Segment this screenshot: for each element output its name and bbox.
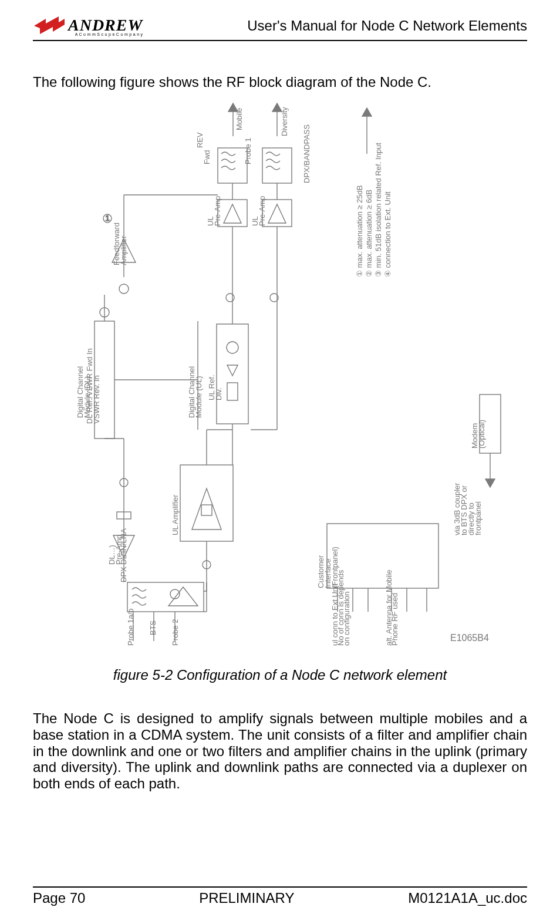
page-header: ANDREW A C o m m S c o p e C o m p a n y… <box>33 15 527 36</box>
label-dpx-dl-in-lna: DPX DL IN/LNA <box>119 528 128 582</box>
rf-block-diagram: 1 Mobile Diversity DPX/BANDPASS ULPre-Am… <box>75 101 509 653</box>
page-footer: Page 70 PRELIMINARY M0121A1A_uc.doc <box>33 886 527 906</box>
svg-point-19 <box>227 342 238 353</box>
footer-rule <box>33 886 527 888</box>
label-digital-channel-ul: Digital ChannelModule (UL) <box>187 366 203 418</box>
svg-point-6 <box>119 284 129 294</box>
label-dl-ref-vswr: DL Ref./VSWR Fwd InVSWR Rev. In <box>85 348 101 424</box>
label-note-alt-antenna: alt. Antenna for MobilePhone RF used <box>384 570 399 646</box>
label-probe-2: Probe 2 <box>171 619 180 646</box>
drawing-code: E1065B4 <box>450 633 489 643</box>
logo-text-block: ANDREW A C o m m S c o p e C o m p a n y <box>68 16 143 36</box>
body-paragraph: The Node C is designed to amplify signal… <box>33 710 527 792</box>
svg-rect-35 <box>127 582 204 612</box>
label-ul-pre-amp-2: ULPre-Amp <box>251 196 266 226</box>
footer-page: Page 70 <box>33 890 85 906</box>
label-modem-optical: Modem(Optical) <box>470 420 486 448</box>
brand-logo: ANDREW A C o m m S c o p e C o m p a n y <box>33 15 143 36</box>
label-dpx-bandpass: DPX/BANDPASS <box>302 124 311 183</box>
document-page: ANDREW A C o m m S c o p e C o m p a n y… <box>0 0 560 924</box>
label-probe-1a-b: Probe 1a/b <box>126 608 135 646</box>
footer-docid: M0121A1A_uc.doc <box>408 890 527 906</box>
label-diversity: Diversity <box>280 107 289 136</box>
label-mobile: Mobile <box>235 108 244 130</box>
figure-caption: figure 5-2 Configuration of a Node C net… <box>113 667 447 683</box>
svg-rect-18 <box>217 324 248 424</box>
label-feedforward-amp: FeedforwardAmplifier <box>112 222 128 265</box>
label-bts: BTS <box>149 620 157 635</box>
intro-paragraph: The following figure shows the RF block … <box>33 74 527 90</box>
legend-4: ④ connection to Ext. Unit <box>383 191 392 277</box>
legend-3: ③ min. 51dB isolation related Ref. Input <box>374 143 383 277</box>
logo-mark-icon <box>33 15 66 36</box>
label-ul-ref-div: UL Ref.Div. <box>207 375 223 400</box>
legend-2: ② max. attenuation ≥ 6dB <box>365 190 373 277</box>
logo-subtitle: A C o m m S c o p e C o m p a n y <box>68 32 143 36</box>
label-ul-pre-amp-1: ULPre-Amp <box>206 196 222 226</box>
label-ul-amplifier: UL Amplifier <box>171 494 180 535</box>
legend-1: ① max. attenuation ≥ 25dB <box>355 186 364 277</box>
header-rule <box>33 40 527 41</box>
svg-text:1: 1 <box>105 214 109 222</box>
label-rev: REV <box>195 132 204 148</box>
label-via-coupler: via 3dB couplerto BTS DPX ordirectly tof… <box>453 483 483 535</box>
svg-rect-20 <box>227 383 238 400</box>
figure-5-2: 1 Mobile Diversity DPX/BANDPASS ULPre-Am… <box>33 101 527 886</box>
footer-status: PRELIMINARY <box>199 890 294 906</box>
page-title: User's Manual for Node C Network Element… <box>247 18 527 34</box>
logo-text: ANDREW <box>68 16 143 35</box>
label-probe-1: Probe 1 <box>244 137 252 164</box>
svg-rect-27 <box>201 505 212 515</box>
svg-point-53 <box>226 294 234 302</box>
label-fwd: Fwd <box>203 150 211 164</box>
